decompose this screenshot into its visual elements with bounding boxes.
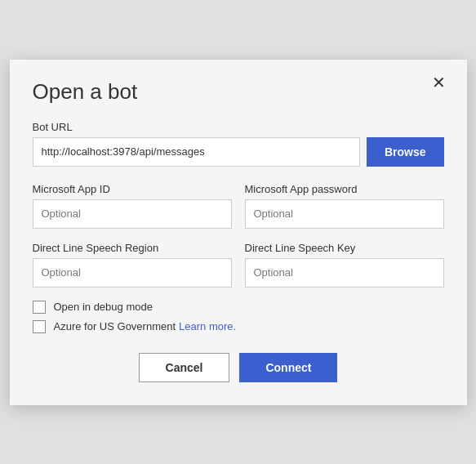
app-credentials-row: Microsoft App ID Microsoft App password xyxy=(33,183,444,229)
gov-row: Azure for US Government Learn more. xyxy=(33,320,444,333)
microsoft-app-password-label: Microsoft App password xyxy=(245,183,444,195)
connect-button[interactable]: Connect xyxy=(239,353,337,382)
learn-more-link[interactable]: Learn more. xyxy=(179,320,236,332)
browse-button[interactable]: Browse xyxy=(367,137,444,167)
microsoft-app-id-label: Microsoft App ID xyxy=(33,183,232,195)
speech-region-input[interactable] xyxy=(33,258,232,288)
speech-key-group: Direct Line Speech Key xyxy=(245,242,444,288)
speech-region-group: Direct Line Speech Region xyxy=(33,242,232,288)
microsoft-app-password-input[interactable] xyxy=(245,199,444,229)
speech-key-input[interactable] xyxy=(245,258,444,288)
bot-url-input[interactable] xyxy=(33,137,360,167)
gov-checkbox[interactable] xyxy=(33,320,46,333)
open-bot-dialog: ✕ Open a bot Bot URL Browse Microsoft Ap… xyxy=(10,60,467,405)
microsoft-app-id-input[interactable] xyxy=(33,199,232,229)
cancel-button[interactable]: Cancel xyxy=(139,353,230,382)
microsoft-app-password-group: Microsoft App password xyxy=(245,183,444,229)
bot-url-row: Browse xyxy=(33,137,444,167)
gov-label: Azure for US Government xyxy=(54,320,176,332)
debug-mode-label: Open in debug mode xyxy=(54,301,153,313)
bot-url-label: Bot URL xyxy=(33,121,444,133)
debug-mode-row: Open in debug mode xyxy=(33,301,444,314)
speech-row: Direct Line Speech Region Direct Line Sp… xyxy=(33,242,444,288)
close-button[interactable]: ✕ xyxy=(427,73,451,92)
debug-mode-checkbox[interactable] xyxy=(33,301,46,314)
speech-key-label: Direct Line Speech Key xyxy=(245,242,444,254)
checkboxes-section: Open in debug mode Azure for US Governme… xyxy=(33,301,444,333)
microsoft-app-id-group: Microsoft App ID xyxy=(33,183,232,229)
dialog-title: Open a bot xyxy=(33,79,444,105)
button-row: Cancel Connect xyxy=(33,353,444,382)
speech-region-label: Direct Line Speech Region xyxy=(33,242,232,254)
